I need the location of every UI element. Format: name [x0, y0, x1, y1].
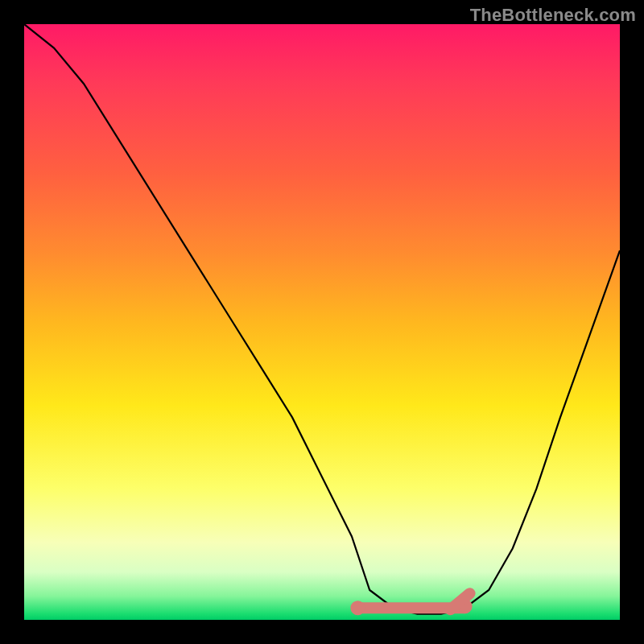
chart-svg	[24, 24, 620, 620]
watermark-text: TheBottleneck.com	[470, 5, 636, 26]
plot-area	[24, 24, 620, 620]
bottleneck-curve	[24, 24, 620, 614]
chart-container: TheBottleneck.com	[0, 0, 644, 644]
optimal-range-marker	[350, 593, 472, 615]
svg-point-1	[350, 601, 365, 615]
